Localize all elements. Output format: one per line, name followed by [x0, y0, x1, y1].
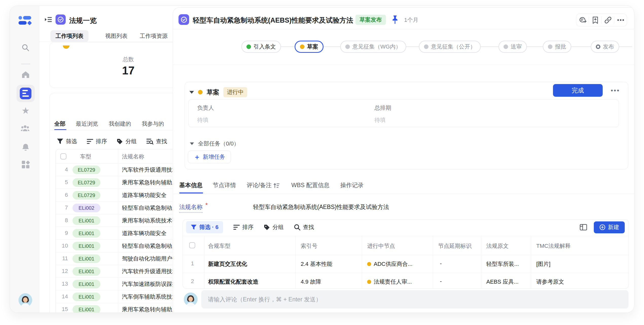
- model-badge: ELi001: [73, 216, 100, 225]
- step-review[interactable]: 送审: [498, 41, 527, 53]
- detail-panel: 轻型车自动紧急制动系统(AEBS)性能要求及试验方法 草案发布 1个月: [173, 7, 634, 313]
- view-switch-icon[interactable]: [580, 224, 587, 231]
- regulation-name: 乘用车紧急转向辅助系统: [122, 306, 173, 313]
- table-row[interactable]: 9ELi001道路车辆功能安全: [56, 227, 173, 240]
- step-dot-yellow: [300, 44, 305, 49]
- table-row[interactable]: 10ELi001轻型车自动紧急制动系统: [56, 240, 173, 252]
- node-dot-yellow: [367, 280, 371, 284]
- find-button[interactable]: 查找: [146, 138, 167, 145]
- column-tmc-interpretation: TMC法规解释: [536, 242, 571, 250]
- row-number: 7: [57, 204, 68, 211]
- step-feedback-wg[interactable]: 意见征集（WG内）: [340, 41, 406, 53]
- subtable-toolbar: 筛选 · 6 排序 分组 查找 新建: [186, 221, 625, 233]
- regulation-name-label[interactable]: 法规名称: [179, 203, 203, 213]
- row-number: 10: [57, 242, 68, 249]
- column-original-text: 法规原文: [486, 242, 509, 250]
- list-toolbar: 筛选 排序 分组 查找: [57, 136, 167, 147]
- create-button[interactable]: 新建: [594, 221, 625, 233]
- row-number: 9: [57, 230, 68, 236]
- filter-button[interactable]: 筛选 · 6: [186, 221, 223, 233]
- step-dot-gray: [504, 44, 508, 49]
- link-icon[interactable]: [602, 14, 614, 26]
- table-row[interactable]: 11ELi001驾驶自动化功能用户告知: [56, 252, 173, 265]
- table-row[interactable]: 2 权限配置化配套改造 4.9 故障 法规责任人审... - AEBS 应具..…: [183, 273, 629, 289]
- comment-input[interactable]: [201, 290, 629, 308]
- tab-view-list[interactable]: 视图列表: [100, 30, 133, 42]
- notifications-icon[interactable]: [21, 142, 30, 151]
- search-icon[interactable]: [21, 43, 30, 52]
- brand-logo-icon[interactable]: [19, 15, 33, 27]
- list-tab-joined[interactable]: 我参与的: [142, 120, 164, 128]
- tab-workitem-repo[interactable]: 工作项资源库: [135, 30, 173, 42]
- select-all-checkbox[interactable]: [189, 242, 195, 248]
- tab-basic-info[interactable]: 基本信息: [179, 181, 203, 189]
- model-badge: EL0729: [73, 166, 100, 174]
- complete-button[interactable]: 完成: [553, 84, 603, 97]
- field-value[interactable]: 待填: [374, 116, 386, 124]
- table-row[interactable]: 6EL0729道路车辆功能安全: [56, 189, 173, 202]
- table-row[interactable]: 5EL0729乘用车紧急转向辅助系统: [56, 176, 173, 189]
- team-icon[interactable]: [21, 124, 30, 133]
- model-badge: ELi002: [73, 204, 100, 212]
- table-row[interactable]: 12ELi001汽车软件升级通用技术要求: [56, 265, 173, 278]
- collapse-caret-icon[interactable]: [189, 91, 194, 94]
- step-approval[interactable]: 报批: [543, 41, 571, 53]
- tab-workitem-list[interactable]: 工作项列表: [50, 30, 88, 42]
- row-number: 1: [191, 260, 194, 267]
- table-row[interactable]: 7ELi002轻型车自动紧急制动系统: [56, 202, 173, 214]
- add-task-button[interactable]: ＋ 新增任务: [188, 151, 231, 163]
- search-icon: [294, 224, 300, 231]
- column-delay-flag: 节点延期标识: [438, 242, 472, 250]
- cell-index: 2.4 基本性能: [301, 260, 332, 268]
- apps-icon[interactable]: [21, 160, 30, 169]
- list-tab-recent[interactable]: 最近浏览: [76, 120, 98, 128]
- row-number: 8: [57, 217, 68, 224]
- collapse-panel-icon[interactable]: [44, 16, 52, 23]
- cell-index: 4.9 故障: [301, 278, 321, 286]
- table-row[interactable]: 8ELi001乘用车制动系统技术要求: [56, 214, 173, 227]
- regulation-name: 轻型车自动紧急制动系统: [122, 204, 173, 212]
- step-feedback-public[interactable]: 意见征集（公开）: [419, 41, 481, 53]
- tab-activity-log[interactable]: 操作记录: [340, 181, 364, 189]
- filter-button[interactable]: 筛选: [57, 138, 77, 145]
- regulation-name-value[interactable]: 轻型车自动紧急制动系统(AEBS)性能要求及试验方法: [253, 203, 389, 211]
- list-tab-created[interactable]: 我创建的: [109, 120, 131, 128]
- field-value[interactable]: 待填: [197, 116, 208, 124]
- group-button[interactable]: 分组: [117, 138, 137, 145]
- step-intro[interactable]: 引入条文: [241, 41, 281, 53]
- pin-icon[interactable]: [391, 15, 400, 25]
- sort-button[interactable]: 排序: [87, 138, 107, 145]
- user-avatar[interactable]: [19, 293, 32, 307]
- tab-comments[interactable]: 评论/备注: [247, 181, 280, 189]
- table-row[interactable]: 14ELi001汽车倒车辅助系统技术: [56, 290, 173, 303]
- divider: [50, 130, 173, 130]
- step-publish[interactable]: 发布: [591, 41, 619, 53]
- table-row[interactable]: 4EL0729汽车软件升级通用技术要求: [56, 164, 173, 176]
- sidebar-item-projects[interactable]: [16, 85, 35, 102]
- list-tab-all[interactable]: 全部: [54, 120, 65, 128]
- regulation-name: 道路车辆功能安全: [122, 191, 173, 199]
- select-all-checkbox[interactable]: [60, 153, 66, 159]
- group-button[interactable]: 分组: [264, 223, 284, 231]
- cell-node: 法规责任人审...: [367, 278, 428, 286]
- more-icon[interactable]: [614, 14, 627, 26]
- table-row[interactable]: 15ELi001乘用车紧急转向辅助系统: [56, 303, 173, 313]
- tab-node-detail[interactable]: 节点详情: [213, 181, 236, 189]
- tag-icon: [117, 138, 123, 145]
- divider: [173, 194, 634, 194]
- table-row[interactable]: 1 新建页交互优化 2.4 基本性能 ADC供应商合... - 轻型车所装...…: [183, 255, 629, 273]
- tasks-summary-row[interactable]: 全部任务（0/0）: [190, 140, 239, 148]
- home-icon[interactable]: [21, 70, 30, 79]
- tab-wbs-config[interactable]: WBS 配置信息: [291, 181, 330, 189]
- table-header: 车型 法规名称: [56, 149, 173, 164]
- required-asterisk: *: [205, 202, 208, 209]
- sort-button[interactable]: 排序: [233, 223, 254, 231]
- add-comment-icon[interactable]: [576, 14, 589, 26]
- step-draft[interactable]: 草案: [295, 41, 324, 53]
- find-button[interactable]: 查找: [294, 223, 314, 231]
- table-row[interactable]: 13ELi001汽车加速踏板防误踩控制: [56, 278, 173, 290]
- row-number: 11: [57, 255, 68, 262]
- favorites-icon[interactable]: ★: [21, 106, 30, 115]
- stage-more-icon[interactable]: •••: [611, 87, 620, 94]
- bookmark-add-icon[interactable]: [589, 14, 601, 26]
